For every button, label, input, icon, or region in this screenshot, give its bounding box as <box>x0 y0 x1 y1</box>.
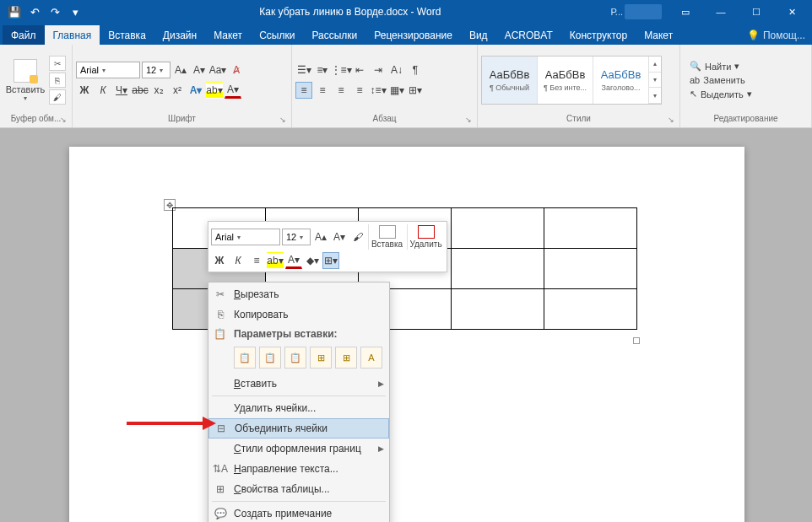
ctx-border-styles[interactable]: Стили оформления границ▶ <box>208 439 389 459</box>
redo-icon[interactable]: ↷ <box>46 3 64 21</box>
paste-opt-1[interactable]: 📋 <box>234 347 256 369</box>
undo-icon[interactable]: ↶ <box>25 3 44 21</box>
bullets-icon[interactable]: ☰▾ <box>295 62 312 78</box>
sort-icon[interactable]: A↓ <box>388 62 405 78</box>
ctx-copy[interactable]: ⎘Копировать <box>208 304 389 325</box>
style-heading[interactable]: АаБбВв Заголово... <box>593 57 649 104</box>
increase-indent-icon[interactable]: ⇥ <box>370 62 387 78</box>
tab-view[interactable]: Вид <box>461 25 496 45</box>
tab-table-layout[interactable]: Макет <box>636 25 681 45</box>
cut-icon[interactable]: ✂ <box>49 56 66 71</box>
tab-references[interactable]: Ссылки <box>251 25 303 45</box>
tab-file[interactable]: Файл <box>3 25 45 45</box>
qat-more-icon[interactable]: ▾ <box>66 3 84 21</box>
justify-icon[interactable]: ≡ <box>351 82 368 99</box>
paste-opt-3[interactable]: 📋 <box>284 347 306 369</box>
close-icon[interactable]: ✕ <box>775 1 809 23</box>
save-icon[interactable]: 💾 <box>5 3 24 21</box>
tab-home[interactable]: Главная <box>45 25 100 45</box>
mt-size-combo[interactable]: 12▾ <box>282 229 311 245</box>
ctx-cut[interactable]: ✂Вырезать <box>208 284 389 304</box>
mt-grow-font-icon[interactable]: A▴ <box>312 229 329 245</box>
mt-font-combo[interactable]: Arial▾ <box>211 229 280 245</box>
tab-layout[interactable]: Макет <box>205 25 251 45</box>
table-resize-handle[interactable] <box>633 337 640 344</box>
text-effects-icon[interactable]: A▾ <box>187 82 204 99</box>
mt-insert-button[interactable]: Вставка <box>368 224 405 250</box>
styles-gallery[interactable]: АаБбВв ¶ Обычный АаБбВв ¶ Без инте... Аа… <box>481 56 662 105</box>
tab-design[interactable]: Дизайн <box>154 25 205 45</box>
dialog-launcher-icon[interactable]: ↘ <box>465 116 472 124</box>
mt-highlight-icon[interactable]: ab▾ <box>267 252 284 269</box>
paste-button[interactable]: Вставить ▾ <box>3 57 47 104</box>
superscript-button[interactable]: x² <box>169 82 186 99</box>
mt-shading-icon[interactable]: ◆▾ <box>304 252 321 269</box>
dialog-launcher-icon[interactable]: ↘ <box>60 116 67 124</box>
style-normal[interactable]: АаБбВв ¶ Обычный <box>482 57 538 104</box>
ctx-delete-cells[interactable]: Удалить ячейки... <box>208 398 389 418</box>
tab-insert[interactable]: Вставка <box>100 25 154 45</box>
mt-bold[interactable]: Ж <box>211 252 228 269</box>
shrink-font-icon[interactable]: A▾ <box>191 62 208 78</box>
highlight-icon[interactable]: ab▾ <box>206 82 223 99</box>
paste-opt-4[interactable]: ⊞ <box>310 347 332 369</box>
paste-opt-5[interactable]: ⊞ <box>335 347 357 369</box>
copy-icon[interactable]: ⎘ <box>49 73 66 88</box>
mt-shrink-font-icon[interactable]: A▾ <box>331 229 348 245</box>
style-no-spacing[interactable]: АаБбВв ¶ Без инте... <box>538 57 593 104</box>
paste-opt-2[interactable]: 📋 <box>259 347 281 369</box>
mt-align-icon[interactable]: ≡ <box>248 252 265 269</box>
mt-delete-button[interactable]: Удалить <box>407 224 444 250</box>
multilevel-icon[interactable]: ⋮≡▾ <box>333 62 349 78</box>
align-right-icon[interactable]: ≡ <box>333 82 349 99</box>
page[interactable]: ✥ <box>69 147 744 522</box>
ctx-paste-sub[interactable]: Вставить▶ <box>208 374 389 394</box>
numbering-icon[interactable]: ≡▾ <box>314 62 331 78</box>
ctx-table-props[interactable]: ⊞Свойства таблицы... <box>208 479 389 499</box>
ctx-text-direction[interactable]: ⇅AНаправление текста... <box>208 459 389 479</box>
italic-button[interactable]: К <box>95 82 111 99</box>
font-color-icon[interactable]: A▾ <box>225 82 241 99</box>
borders-icon[interactable]: ⊞▾ <box>407 82 424 99</box>
tab-review[interactable]: Рецензирование <box>365 25 461 45</box>
find-button[interactable]: 🔍Найти ▾ <box>687 60 755 73</box>
align-center-icon[interactable]: ≡ <box>314 82 331 99</box>
underline-button[interactable]: Ч▾ <box>113 82 130 99</box>
maximize-icon[interactable]: ☐ <box>739 1 773 23</box>
paste-opt-6[interactable]: A <box>360 347 382 369</box>
clear-format-icon[interactable]: A̷ <box>228 62 245 78</box>
minimize-icon[interactable]: — <box>704 1 738 23</box>
tab-acrobat[interactable]: ACROBAT <box>496 25 561 45</box>
font-name-combo[interactable]: Arial▾ <box>76 62 140 78</box>
replace-button[interactable]: abЗаменить <box>687 74 755 86</box>
account-avatar[interactable] <box>625 4 662 19</box>
tell-me[interactable]: 💡 Помощ... <box>744 30 812 45</box>
tab-mailings[interactable]: Рассылки <box>303 25 365 45</box>
mt-borders-icon[interactable]: ⊞▾ <box>322 252 339 269</box>
change-case-icon[interactable]: Aa▾ <box>209 62 226 78</box>
select-button[interactable]: ↖Выделить ▾ <box>687 88 755 100</box>
dialog-launcher-icon[interactable]: ↘ <box>279 116 286 124</box>
font-size-combo[interactable]: 12▾ <box>142 62 171 78</box>
styles-more[interactable]: ▴▾▾ <box>649 57 661 104</box>
mt-format-painter-icon[interactable]: 🖌 <box>349 229 366 245</box>
subscript-button[interactable]: x₂ <box>150 82 167 99</box>
line-spacing-icon[interactable]: ↕≡▾ <box>370 82 387 99</box>
format-painter-icon[interactable]: 🖌 <box>49 89 66 105</box>
ctx-paste-options: 📋 📋 📋 ⊞ ⊞ A <box>208 343 389 374</box>
ribbon-options-icon[interactable]: ▭ <box>669 1 702 23</box>
mt-font-color-icon[interactable]: A▾ <box>285 252 302 269</box>
account-hint[interactable]: Р... <box>611 7 623 17</box>
decrease-indent-icon[interactable]: ⇤ <box>351 62 368 78</box>
dialog-launcher-icon[interactable]: ↘ <box>668 116 674 124</box>
show-marks-icon[interactable]: ¶ <box>407 62 424 78</box>
bold-button[interactable]: Ж <box>76 82 93 99</box>
align-left-icon[interactable]: ≡ <box>295 82 312 99</box>
grow-font-icon[interactable]: A▴ <box>172 62 189 78</box>
ctx-merge-cells[interactable]: ⊟Объединить ячейки <box>208 418 389 439</box>
ctx-new-comment[interactable]: 💬Создать примечание <box>208 503 389 522</box>
strike-button[interactable]: abc <box>132 82 149 99</box>
tab-constructor[interactable]: Конструктор <box>561 25 636 45</box>
mt-italic[interactable]: К <box>230 252 246 269</box>
shading-icon[interactable]: ▦▾ <box>388 82 405 99</box>
